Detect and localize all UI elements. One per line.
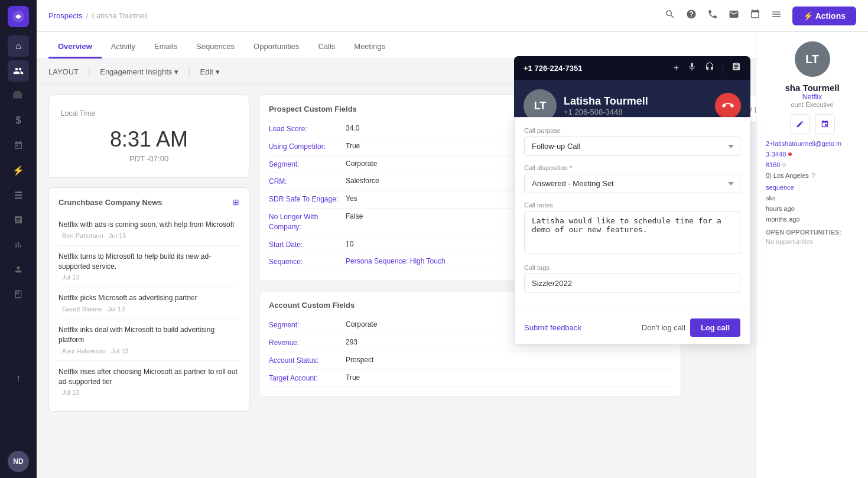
rp-calendar-button[interactable] [815, 114, 835, 134]
rp-sequence-sub: sks [766, 194, 859, 201]
breadcrumb-separator: / [86, 11, 89, 20]
call-top-bar: +1 726-224-7351 + [514, 56, 750, 80]
breadcrumb-current: Latisha Tourmell [92, 11, 147, 20]
mic-icon[interactable] [687, 62, 697, 74]
rp-company: Netflix [766, 93, 859, 101]
rp-edit-button[interactable] [790, 114, 810, 134]
field-label: Target Account: [269, 373, 346, 383]
local-time-label: Local Time [61, 109, 237, 118]
headphones-icon[interactable] [705, 62, 714, 74]
field-value: Salesforce [346, 177, 379, 187]
call-purpose-field: Call purpose Follow-up Call [524, 127, 740, 156]
news-item: Netflix inks deal with Microsoft to buil… [58, 319, 239, 361]
sidebar-item-chart[interactable] [8, 234, 29, 255]
edit-layout-button[interactable]: Edit ▾ [200, 67, 220, 76]
news-item-meta: Alex Halverson Jul 13 [58, 347, 239, 355]
left-column: Local Time 8:31 AM PDT -07:00 Crunchbase… [48, 95, 249, 469]
rp-name: sha Tourmell [766, 83, 859, 93]
rp-phone2: 8160 [766, 161, 859, 168]
field-label: Segment: [269, 160, 346, 170]
call-purpose-label: Call purpose [524, 127, 740, 134]
add-call-icon[interactable]: + [674, 63, 679, 73]
news-item-meta: Jul 13 [58, 274, 239, 281]
field-label: Segment: [269, 320, 346, 330]
submit-feedback-button[interactable]: Submit feedback [524, 323, 581, 332]
call-contact-name: Latisha Tourmell [564, 95, 648, 108]
call-purpose-select[interactable]: Follow-up Call [524, 136, 740, 156]
tab-opportunities[interactable]: Opportunities [244, 36, 308, 58]
rp-sequence: sequence [766, 184, 859, 191]
call-disposition-label: Call disposition * [524, 164, 740, 171]
timezone-display: PDT -07:00 [61, 154, 237, 163]
sidebar-item-lists[interactable]: ☰ [8, 184, 29, 206]
sidebar-item-briefcase[interactable] [8, 85, 29, 106]
log-call-button[interactable]: Log call [690, 318, 740, 337]
rp-time1: hours ago [766, 205, 859, 212]
phone-icon[interactable] [707, 9, 718, 22]
sidebar-item-lightning[interactable]: ⚡ [8, 160, 29, 181]
app-logo [8, 6, 29, 27]
field-value: False [346, 212, 363, 232]
dont-log-button[interactable]: Don't log call [642, 323, 685, 332]
field-label: CRM: [269, 177, 346, 187]
divider [723, 62, 723, 74]
call-form-body: Call purpose Follow-up Call Call disposi… [515, 118, 750, 311]
field-value: 293 [346, 338, 357, 348]
call-disposition-select[interactable]: Answered - Meeting Set [524, 174, 740, 193]
news-item: Netflix turns to Microsoft to help build… [58, 246, 239, 288]
field-value: Persona Sequence: High Touch [346, 257, 446, 267]
sidebar-item-upload[interactable]: ↑ [8, 368, 29, 389]
help-icon[interactable] [686, 9, 697, 22]
field-value: Corporate [346, 160, 377, 170]
sidebar-item-people[interactable] [8, 60, 29, 82]
notes-icon[interactable] [732, 62, 741, 74]
breadcrumb-parent[interactable]: Prospects [48, 11, 83, 20]
call-disposition-field: Call disposition * Answered - Meeting Se… [524, 164, 740, 193]
rp-phone1: 3-3448 [766, 151, 859, 158]
help-location-icon[interactable]: ? [811, 172, 815, 180]
sidebar-item-person[interactable] [8, 259, 29, 280]
rp-email: 2+latishatourmell@geto m [766, 140, 859, 147]
sidebar-item-dollar[interactable]: $ [8, 110, 29, 131]
tab-activity[interactable]: Activity [102, 36, 145, 58]
call-notes-label: Call notes [524, 201, 740, 209]
engagement-insights-button[interactable]: Engagement Insights ▾ [100, 67, 178, 76]
topbar-icons: ⚡ Actions [665, 6, 856, 25]
tab-emails[interactable]: Emails [145, 36, 187, 58]
news-item-meta: Garett Sloane Jul 13 [58, 305, 239, 313]
field-value: Corporate [346, 320, 377, 330]
news-card-title: Crunchbase Company News [58, 198, 162, 207]
sidebar-item-home[interactable]: ⌂ [8, 35, 29, 57]
user-avatar[interactable]: ND [8, 451, 29, 472]
actions-button[interactable]: ⚡ Actions [792, 6, 856, 25]
tab-calls[interactable]: Calls [308, 36, 344, 58]
call-notes-textarea[interactable]: Latisha would like to schedule time for … [524, 211, 740, 253]
crunchbase-news-card: Crunchbase Company News ⊞ Netflix with a… [48, 187, 249, 412]
field-value: True [346, 373, 360, 383]
sidebar-item-calendar[interactable] [8, 135, 29, 156]
rp-title: ount Executive [766, 101, 859, 108]
calendar-icon[interactable] [750, 9, 760, 22]
field-row: Target Account: True [269, 370, 671, 388]
search-icon[interactable] [665, 9, 675, 22]
call-tags-label: Call tags [524, 264, 740, 271]
email-icon[interactable] [729, 9, 739, 22]
tab-overview[interactable]: Overview [48, 36, 102, 58]
end-call-button[interactable] [715, 93, 741, 119]
breadcrumb: Prospects / Latisha Tourmell [48, 11, 659, 20]
tab-meetings[interactable]: Meetings [344, 36, 395, 58]
menu-icon[interactable] [771, 9, 782, 22]
news-item-title: Netflix with ads is coming soon, with he… [58, 220, 239, 230]
rp-location: 0) Los Angeles ? [766, 172, 859, 180]
field-value: 10 [346, 240, 353, 250]
field-label: SDR Safe To Engage: [269, 194, 346, 204]
right-contact-panel: LT sha Tourmell Netflix ount Executive 2… [756, 32, 868, 478]
sidebar-item-book[interactable] [8, 284, 29, 305]
layout-button[interactable]: LAYOUT [48, 67, 79, 76]
call-tags-input[interactable] [524, 274, 740, 293]
news-expand-icon[interactable]: ⊞ [232, 197, 239, 207]
tab-sequences[interactable]: Sequences [187, 36, 244, 58]
sidebar-item-tasks[interactable] [8, 209, 29, 230]
field-value: Prospect [346, 356, 373, 366]
rp-no-opportunities: No opportunities [766, 238, 859, 245]
